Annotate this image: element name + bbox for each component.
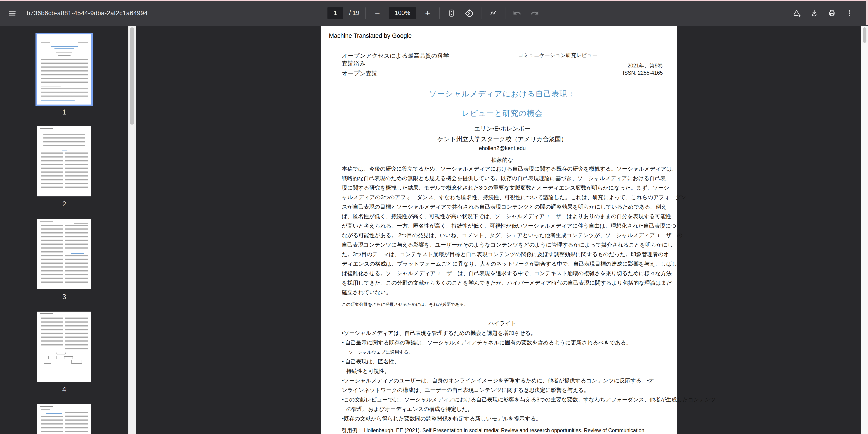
redo-button[interactable] bbox=[529, 7, 541, 19]
main-scrollbar-thumb[interactable] bbox=[863, 27, 866, 43]
undo-icon bbox=[513, 9, 522, 18]
journal-name: コミュニケーション研究レビュー bbox=[518, 52, 663, 59]
abstract-note: この研究分野をさらに発展させるためには、それが必要である。 bbox=[342, 301, 468, 308]
journal-tagline: オープンアクセスによる最高品質の科学 bbox=[342, 52, 449, 60]
author-email: ehollen2@kent.edu bbox=[342, 145, 663, 151]
rotate-button[interactable] bbox=[463, 7, 475, 19]
highlight-line: • 自己呈示に関する既存の理論は、ソーシャルメディアチャネルに固有の変数を含める… bbox=[342, 338, 665, 347]
abstract-line: ば、匿名性が低く、持続性が高く、可視性が高い状況下では、ソーシャルメディアユーザ… bbox=[342, 211, 665, 221]
toolbar-separator bbox=[365, 7, 366, 19]
rotate-counterclockwise-icon bbox=[465, 8, 474, 18]
paper-title-line-1: ソーシャルメディアにおける自己表現： bbox=[342, 89, 663, 99]
window-edge-right bbox=[866, 0, 868, 25]
highlight-line: •ソーシャルメディアのユーザーは、自身のオンラインイメージを管理するために、他者… bbox=[342, 376, 665, 385]
abstract-text: 本稿では、今後の研究に役立てるため、ソーシャルメディアにおける自己表現に関する既… bbox=[342, 164, 665, 297]
thumbnail-page-2[interactable] bbox=[37, 126, 91, 196]
author-name: エリン•E•ホレンボー bbox=[342, 125, 663, 133]
thumbnail-page-3[interactable] bbox=[37, 219, 91, 289]
issn-label: ISSN: 2255-4165 bbox=[342, 70, 663, 76]
redo-icon bbox=[530, 9, 539, 18]
abstract-line: ディエンスの構成は、プラットフォームごとに異なり、人々のネットワークが融合する中… bbox=[342, 259, 665, 268]
toolbar-separator bbox=[505, 7, 505, 19]
highlight-line: •既存の文献から得られた変数間の調整関係を特定する新しいモデルを提示する。 bbox=[342, 414, 665, 423]
abstract-line: 現に関する研究を概観した結果、モデルで概念化された3つの重要な文脈変数とオーディ… bbox=[342, 183, 665, 193]
pdf-toolbar: b736b6cb-a881-4544-9dba-2af2c1a64994 1 /… bbox=[0, 0, 868, 26]
highlights-list: •ソーシャルメディアは、自己表現を管理するための機会と課題を増加させる。• 自己… bbox=[342, 328, 665, 423]
zoom-level-input[interactable]: 100% bbox=[389, 7, 416, 19]
thumbnail-page-number: 4 bbox=[0, 385, 128, 394]
paper-title-line-2: レビューと研究の機会 bbox=[342, 108, 663, 119]
thumbnail-page-4[interactable] bbox=[37, 312, 91, 382]
download-button[interactable] bbox=[808, 7, 820, 19]
annotate-button[interactable] bbox=[487, 7, 499, 19]
highlight-line: • 自己表現は、匿名性、 bbox=[342, 357, 665, 366]
fit-page-button[interactable] bbox=[446, 7, 458, 19]
abstract-line: 確立されていない。 bbox=[342, 288, 665, 297]
download-icon bbox=[809, 8, 819, 18]
print-icon bbox=[827, 8, 837, 18]
highlight-line: の管理、およびオーディエンスの構成を特定した。 bbox=[342, 404, 665, 414]
zoom-in-button[interactable]: + bbox=[422, 7, 434, 19]
pdf-viewer-app: b736b6cb-a881-4544-9dba-2af2c1a64994 1 /… bbox=[0, 0, 868, 434]
fit-page-icon bbox=[447, 8, 456, 18]
kebab-menu-icon bbox=[845, 9, 854, 18]
main-scrollbar[interactable] bbox=[861, 26, 868, 434]
hamburger-icon bbox=[8, 9, 17, 18]
document-title: b736b6cb-a881-4544-9dba-2af2c1a64994 bbox=[27, 9, 148, 17]
page-total-label: / 19 bbox=[349, 9, 359, 17]
thumbnail-page-5[interactable] bbox=[37, 404, 91, 434]
pdf-viewport: Machine Translated by Google オープンアクセスによる… bbox=[135, 26, 861, 434]
highlight-line: 持続性と可視性。 bbox=[342, 366, 665, 376]
abstract-line: ば複雑化させる。ソーシャルメディアユーザーは、自己表現を追求する中で、コンテキス… bbox=[342, 268, 665, 278]
highlights-label: ハイライト bbox=[342, 320, 663, 327]
highlight-line: •ソーシャルメディアは、自己表現を管理するための機会と課題を増加させる。 bbox=[342, 328, 665, 338]
abstract-line: を採用してきた。この分野の文献から多くのことを学んできたが、ハイパーメディア時代… bbox=[342, 278, 665, 288]
undo-button[interactable] bbox=[511, 7, 523, 19]
abstract-line: 戦略的な自己表現のための無限とも思える機会を提供している。既存の自己表現理論に基… bbox=[342, 174, 665, 183]
thumbnail-sidebar: 1 2 3 4 5 bbox=[0, 26, 128, 434]
highlight-line: ンラインネットワークの構成は、ユーザーの自己表現コンテンツに関する意思決定に影響… bbox=[342, 385, 665, 395]
thumbnail-page-1[interactable] bbox=[35, 33, 93, 106]
menu-button[interactable] bbox=[6, 7, 18, 19]
thumbnail-page-number: 2 bbox=[0, 200, 128, 208]
toolbar-separator bbox=[481, 7, 482, 19]
zoom-out-button[interactable]: − bbox=[372, 7, 383, 19]
sidebar-scrollbar-thumb[interactable] bbox=[130, 27, 134, 125]
highlight-line: •この文献レビューでは、ソーシャルメディアにおける自己表現に影響を与える3つの主… bbox=[342, 395, 665, 404]
abstract-line: ャルメディアの3つのアフォーダンス、すなわち匿名性、持続性、可視性について議論し… bbox=[342, 193, 665, 202]
save-to-drive-button[interactable] bbox=[791, 7, 802, 19]
sidebar-scrollbar[interactable] bbox=[128, 26, 135, 434]
more-options-button[interactable] bbox=[844, 7, 855, 19]
window-edge-top bbox=[0, 0, 868, 1]
author-affiliation: ケント州立大学スターク校（アメリカ合衆国） bbox=[342, 135, 663, 143]
abstract-line: スが自己表現の目標とソーシャルメディアで共有される自己表現コンテンツとの間の調整… bbox=[342, 202, 665, 211]
ink-squiggle-icon bbox=[489, 8, 498, 18]
abstract-line: 自己表現コンテンツに与える影響を、ユーザーがそのようなコンテンツをどのように管理… bbox=[342, 240, 665, 250]
abstract-label: 抽象的な bbox=[342, 156, 663, 164]
abstract-line: た。3つ目のテーマは、コンテキスト崩壊が目標と自己表現コンテンツの関係に及ぼす調… bbox=[342, 250, 665, 259]
abstract-line: ながる可能性がある。 2つ目の発見は、いいね、コメント、タグ、シェアといった他者… bbox=[342, 231, 665, 240]
highlight-line: ソーシャルウェブに適用する。 bbox=[342, 347, 665, 357]
abstract-line: 本稿では、今後の研究に役立てるため、ソーシャルメディアにおける自己表現に関する既… bbox=[342, 164, 665, 174]
citation-line: 引用例： Hollenbaugh, EE (2021). Self-Presen… bbox=[342, 427, 644, 434]
pdf-page-1: Machine Translated by Google オープンアクセスによる… bbox=[321, 26, 677, 434]
volume-label: 2021年、第9巻 bbox=[342, 62, 663, 69]
drive-add-icon bbox=[792, 8, 801, 18]
print-button[interactable] bbox=[826, 7, 838, 19]
page-number-input[interactable]: 1 bbox=[327, 7, 343, 19]
machine-translated-note: Machine Translated by Google bbox=[329, 32, 412, 39]
abstract-line: が高いと考えられる。一方、匿名性が高く、持続性が低く、可視性が低いソーシャルメデ… bbox=[342, 221, 665, 231]
thumbnail-page-number: 3 bbox=[0, 293, 128, 301]
toolbar-separator bbox=[439, 7, 440, 19]
thumbnail-page-number: 1 bbox=[0, 108, 128, 116]
